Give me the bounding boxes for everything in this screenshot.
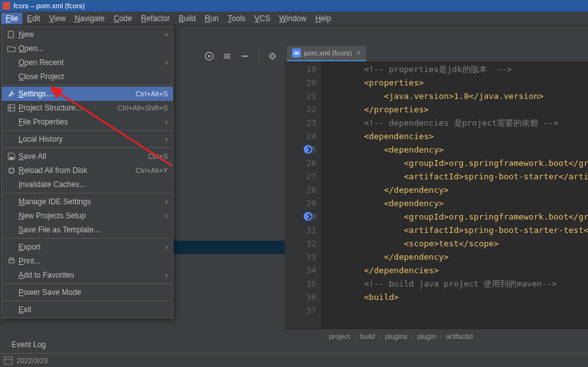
code-editor[interactable]: 19202122232425262728293031323334353637 <…: [284, 61, 588, 329]
menubar-vcs[interactable]: VCS: [250, 13, 275, 24]
menu-item-label: Power Save Mode: [17, 288, 168, 297]
file-menu-local-history[interactable]: Local History›: [2, 132, 173, 146]
tab-pom-xml[interactable]: m pom.xml (fcors) ×: [287, 46, 366, 61]
toolbar-icons: |: [204, 51, 295, 61]
tab-label: pom.xml (fcors): [304, 49, 352, 57]
menubar-edit[interactable]: Edit: [22, 13, 45, 24]
menu-shortcut: Ctrl+Alt+Shift+S: [117, 104, 168, 112]
statusbar-icon[interactable]: [4, 356, 13, 365]
svg-rect-0: [8, 31, 13, 38]
target-icon[interactable]: [204, 51, 214, 61]
file-menu-new[interactable]: New›: [2, 27, 173, 41]
menubar-file[interactable]: File: [1, 13, 22, 24]
file-menu-export[interactable]: Export›: [2, 240, 173, 254]
gutter-run-icon[interactable]: [304, 212, 312, 221]
save-icon: [6, 152, 17, 161]
breadcrumb-project[interactable]: project: [329, 333, 350, 340]
chevron-right-icon: ›: [161, 271, 168, 280]
menu-item-label: Add to Favorites: [17, 271, 161, 280]
statusbar: 2022/3/23: [0, 353, 588, 367]
chevron-right-icon: ›: [379, 333, 381, 340]
breadcrumb-plugins[interactable]: plugins: [385, 333, 408, 340]
code-area[interactable]: <!-- properties是jdk的版本 --> <properties> …: [324, 63, 588, 304]
gutter-icons: [304, 61, 318, 329]
file-menu-open[interactable]: Open...: [2, 41, 173, 56]
file-menu-settings[interactable]: Settings...Ctrl+Alt+S: [2, 87, 173, 101]
file-menu-exit[interactable]: Exit: [2, 303, 173, 317]
file-menu-save-file-as-template[interactable]: Save File as Template...: [2, 223, 173, 237]
menu-item-label: Export: [17, 243, 161, 251]
print-icon: [6, 257, 17, 266]
menubar-help[interactable]: Help: [311, 13, 335, 24]
file-menu-reload-all-from-disk[interactable]: Reload All from DiskCtrl+Alt+Y: [2, 163, 173, 177]
expand-icon[interactable]: [222, 51, 232, 61]
breadcrumb-plugin[interactable]: plugin: [417, 333, 436, 340]
file-menu-open-recent[interactable]: Open Recent›: [2, 56, 173, 70]
collapse-icon[interactable]: [240, 51, 250, 61]
menu-shortcut: Ctrl+Alt+Y: [136, 167, 168, 174]
menubar-refactor[interactable]: Refactor: [136, 13, 174, 24]
menu-shortcut: Ctrl+Alt+S: [136, 90, 168, 98]
menu-item-label: Save All: [17, 152, 148, 161]
app-icon: [3, 2, 10, 10]
status-date: 2022/3/23: [17, 357, 48, 364]
window-title: fcors – pom.xml (fcors): [13, 2, 85, 10]
project-panel-selection: [173, 241, 284, 254]
breadcrumb: project›build›plugins›plugin›artifactId: [284, 329, 588, 343]
svg-rect-4: [10, 258, 13, 260]
menu-item-label: Invalidate Caches...: [17, 180, 168, 189]
file-menu: New›Open...Open Recent›Close ProjectSett…: [1, 26, 173, 318]
chevron-right-icon: ›: [161, 243, 168, 251]
breadcrumb-build[interactable]: build: [360, 333, 375, 340]
gear-icon[interactable]: [267, 51, 277, 61]
file-menu-print[interactable]: Print...: [2, 254, 173, 268]
chevron-right-icon: ›: [161, 135, 168, 144]
file-menu-invalidate-caches[interactable]: Invalidate Caches...: [2, 177, 173, 191]
file-menu-file-properties[interactable]: File Properties›: [2, 115, 173, 129]
menu-item-label: Exit: [17, 305, 168, 314]
chevron-right-icon: ›: [440, 333, 443, 340]
new-icon: [6, 30, 17, 39]
menu-item-label: Settings...: [17, 89, 136, 98]
menu-item-label: Reload All from Disk: [17, 166, 136, 175]
menubar-window[interactable]: Window: [275, 13, 311, 24]
menu-shortcut: Ctrl+S: [148, 153, 168, 160]
menubar-view[interactable]: View: [45, 13, 70, 24]
svg-point-7: [208, 55, 210, 57]
open-icon: [6, 44, 17, 53]
svg-rect-3: [9, 260, 14, 263]
menu-item-label: Manage IDE Settings: [17, 197, 161, 206]
file-menu-close-project[interactable]: Close Project: [2, 70, 173, 84]
menu-item-label: Print...: [17, 257, 168, 266]
chevron-right-icon: ›: [161, 30, 168, 39]
svg-rect-2: [10, 157, 13, 160]
editor-tabs: m pom.xml (fcors) ×: [287, 46, 366, 61]
menu-item-label: New: [17, 30, 161, 39]
menubar-navigate[interactable]: Navigate: [70, 13, 109, 24]
menubar-tools[interactable]: Tools: [223, 13, 250, 24]
menubar-run[interactable]: Run: [200, 13, 223, 24]
maven-icon: m: [292, 49, 301, 57]
event-log-label[interactable]: Event Log: [11, 340, 46, 349]
menubar-code[interactable]: Code: [109, 13, 136, 24]
menu-item-label: Open Recent: [17, 58, 161, 67]
titlebar: fcors – pom.xml (fcors): [0, 0, 588, 11]
menu-item-label: New Projects Setup: [17, 211, 161, 220]
file-menu-manage-ide-settings[interactable]: Manage IDE Settings›: [2, 195, 173, 209]
gutter-run-icon[interactable]: [304, 145, 312, 154]
breadcrumb-artifactId[interactable]: artifactId: [446, 333, 473, 340]
file-menu-add-to-favorites[interactable]: Add to Favorites›: [2, 268, 173, 282]
menu-item-label: Close Project: [17, 72, 168, 81]
svg-point-8: [270, 54, 274, 58]
file-menu-save-all[interactable]: Save AllCtrl+S: [2, 149, 173, 163]
chevron-right-icon: ›: [411, 333, 413, 340]
menubar-build[interactable]: Build: [174, 13, 200, 24]
close-icon[interactable]: ×: [356, 49, 361, 57]
menu-item-label: Local History: [17, 135, 161, 144]
file-menu-new-projects-setup[interactable]: New Projects Setup›: [2, 209, 173, 223]
menu-item-label: File Properties: [17, 117, 161, 126]
file-menu-project-structure[interactable]: Project Structure...Ctrl+Alt+Shift+S: [2, 101, 173, 115]
chevron-right-icon: ›: [161, 58, 168, 67]
file-menu-power-save-mode[interactable]: Power Save Mode: [2, 285, 173, 299]
menu-item-label: Save File as Template...: [17, 225, 168, 234]
